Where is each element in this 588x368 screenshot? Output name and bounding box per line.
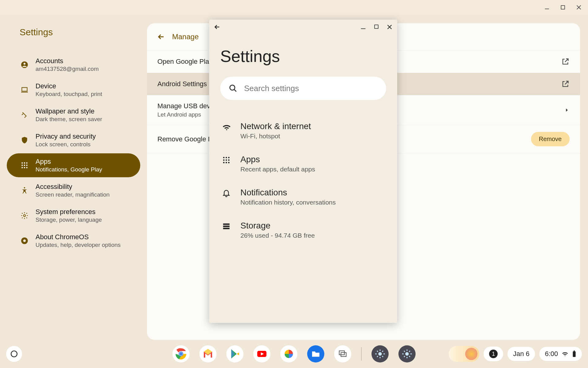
gear-icon	[20, 211, 29, 220]
alist-label: Network & internet	[240, 121, 311, 131]
nav-sub: Screen reader, magnification	[36, 191, 110, 198]
svg-point-22	[226, 157, 227, 159]
battery-icon	[572, 351, 576, 357]
android-search-input[interactable]	[244, 84, 378, 93]
minimize-icon[interactable]	[543, 4, 551, 11]
alist-sub: Notification history, conversations	[240, 199, 336, 206]
svg-rect-18	[361, 29, 366, 29]
nav-sub: Updates, help, developer options	[36, 242, 121, 248]
android-close-icon[interactable]	[386, 24, 393, 30]
sidebar-item-accessibility[interactable]: Accessibility Screen reader, magnificati…	[7, 178, 140, 202]
shelf-status-tray[interactable]: 6:00	[539, 347, 582, 361]
android-back-icon[interactable]	[213, 23, 221, 31]
shelf-app-chrome[interactable]	[172, 345, 190, 362]
shelf-app-play[interactable]	[226, 345, 243, 362]
maximize-icon[interactable]	[559, 4, 567, 11]
android-item-apps[interactable]: Apps Recent apps, default apps	[220, 147, 386, 180]
shelf-app-files[interactable]	[307, 345, 324, 362]
svg-point-27	[223, 162, 225, 163]
nav-label: About ChromeOS	[36, 233, 121, 241]
alist-label: Storage	[240, 221, 315, 231]
nav-sub: Lock screen, controls	[36, 141, 96, 148]
android-item-network[interactable]: Network & internet Wi-Fi, hotspot	[220, 114, 386, 147]
shelf-app-photos[interactable]	[280, 345, 297, 362]
svg-point-24	[223, 159, 225, 161]
nav-sub: Keyboard, touchpad, print	[36, 91, 102, 98]
shelf-app-android-settings[interactable]	[371, 345, 389, 362]
content-title: Manage	[172, 33, 199, 41]
nav-label: Privacy and security	[36, 132, 96, 140]
shield-icon	[20, 136, 29, 144]
android-titlebar	[209, 20, 397, 34]
svg-rect-45	[574, 351, 575, 351]
storage-icon	[222, 222, 232, 232]
holding-space[interactable]	[449, 346, 479, 362]
nav-label: Accounts	[36, 57, 99, 65]
notification-badge: 1	[489, 350, 498, 358]
nav-label: Device	[36, 82, 102, 90]
shelf-app-gmail[interactable]	[199, 345, 217, 362]
svg-point-9	[24, 165, 25, 166]
row-label: Open Google Play	[157, 58, 213, 66]
shelf-date[interactable]: Jan 6	[507, 347, 535, 361]
apps-icon	[20, 161, 29, 170]
svg-point-23	[228, 157, 230, 159]
svg-point-29	[228, 162, 230, 163]
shelf-app-overview[interactable]	[334, 345, 351, 362]
android-body: Settings Network & internet Wi-Fi, hotsp…	[209, 34, 397, 323]
svg-point-20	[230, 85, 235, 90]
nav-sub: Dark theme, screen saver	[36, 116, 102, 123]
launcher-button[interactable]	[6, 346, 22, 362]
android-item-storage[interactable]: Storage 26% used - 94.74 GB free	[220, 213, 386, 247]
svg-point-7	[26, 162, 27, 163]
wifi-status-icon	[562, 351, 568, 357]
sidebar-item-accounts[interactable]: Accounts am4137528@gmail.com	[7, 53, 140, 77]
svg-point-11	[21, 167, 23, 168]
android-settings-window: Settings Network & internet Wi-Fi, hotsp…	[209, 20, 397, 323]
shelf-apps	[172, 345, 416, 362]
sidebar-item-apps[interactable]: Apps Notifications, Google Play	[7, 153, 140, 177]
alist-label: Notifications	[240, 188, 336, 197]
svg-rect-30	[223, 224, 230, 225]
nav-sub: am4137528@gmail.com	[36, 66, 99, 72]
android-item-notifications[interactable]: Notifications Notification history, conv…	[220, 180, 386, 213]
external-link-icon	[561, 57, 570, 66]
svg-point-5	[21, 162, 23, 163]
chrome-icon	[20, 236, 29, 245]
alist-label: Apps	[240, 155, 315, 164]
sidebar-title: Settings	[0, 27, 147, 37]
svg-rect-32	[223, 228, 230, 229]
svg-point-15	[24, 215, 26, 217]
sidebar-item-about[interactable]: About ChromeOS Updates, help, developer …	[7, 229, 140, 253]
remove-button[interactable]: Remove	[531, 132, 570, 146]
android-search[interactable]	[220, 77, 386, 100]
svg-point-38	[179, 352, 183, 355]
svg-point-33	[11, 351, 17, 357]
accessibility-icon	[20, 186, 29, 195]
android-minimize-icon[interactable]	[360, 24, 367, 30]
android-maximize-icon[interactable]	[373, 24, 379, 30]
back-arrow-icon[interactable]	[157, 33, 165, 41]
shelf-app-youtube[interactable]	[253, 345, 270, 362]
svg-point-10	[26, 165, 27, 166]
account-icon	[20, 60, 29, 69]
sidebar-item-privacy[interactable]: Privacy and security Lock screen, contro…	[7, 128, 140, 152]
apps-grid-icon	[222, 156, 232, 166]
nav-label: Wallpaper and style	[36, 107, 102, 115]
settings-sidebar: Settings Accounts am4137528@gmail.com De…	[0, 15, 147, 340]
nav-label: Accessibility	[36, 183, 110, 191]
alist-sub: 26% used - 94.74 GB free	[240, 232, 315, 239]
svg-point-12	[24, 167, 25, 168]
close-icon[interactable]	[575, 4, 582, 11]
notification-count[interactable]: 1	[484, 347, 503, 361]
shelf-app-settings[interactable]	[398, 345, 416, 362]
external-link-icon	[561, 80, 570, 88]
svg-point-14	[24, 187, 25, 188]
nav-sub: Storage, power, language	[36, 217, 102, 223]
sidebar-item-system[interactable]: System preferences Storage, power, langu…	[7, 204, 140, 228]
bell-icon	[222, 189, 232, 199]
nav-label: Apps	[36, 158, 102, 166]
sidebar-item-device[interactable]: Device Keyboard, touchpad, print	[7, 78, 140, 102]
sidebar-item-wallpaper[interactable]: Wallpaper and style Dark theme, screen s…	[7, 103, 140, 127]
android-page-title: Settings	[220, 47, 386, 66]
